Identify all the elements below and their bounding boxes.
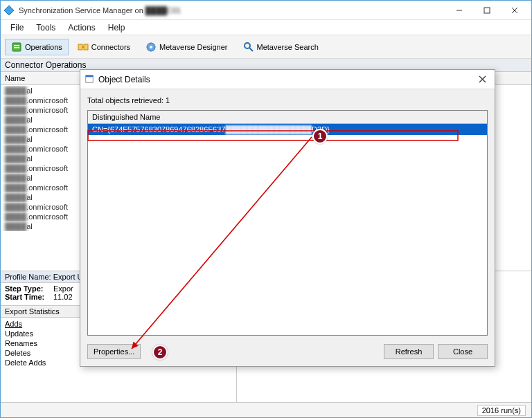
list-item[interactable]: ████al: [1, 115, 80, 125]
status-runs: 2016 run(s): [477, 405, 526, 416]
list-item[interactable]: ████.onmicrosoft: [1, 105, 80, 115]
list-item[interactable]: ████.onmicrosoft: [1, 183, 80, 192]
menu-help[interactable]: Help: [103, 21, 131, 34]
dn-value-redacted: ████████████████: [225, 125, 312, 134]
dialog-body: Total objects retrieved: 1 Distinguished…: [80, 89, 495, 343]
dn-table: Distinguished Name CN={674F5757683078694…: [87, 110, 488, 336]
list-item[interactable]: ████.onmicrosoft: [1, 212, 80, 221]
toolbar-metaverse-search[interactable]: Metaverse Search: [237, 39, 325, 55]
statusbar: 2016 run(s): [1, 402, 531, 417]
list-item[interactable]: ████.onmicrosoft: [1, 125, 80, 134]
close-button[interactable]: [501, 2, 529, 19]
svg-rect-7: [14, 47, 19, 48]
start-time-label: Start Time:: [5, 293, 53, 301]
svg-point-12: [150, 46, 152, 48]
app-icon: [3, 5, 15, 16]
list-item[interactable]: ████al: [1, 221, 80, 231]
list-item[interactable]: ████al: [1, 173, 80, 183]
column-name[interactable]: Name: [1, 72, 80, 84]
svg-marker-0: [4, 6, 14, 15]
operations-icon: [11, 42, 22, 53]
toolbar-connectors-label: Connectors: [91, 43, 130, 51]
dn-selected-row[interactable]: CN={674F5757683078694768286F637█████████…: [88, 124, 487, 135]
toolbar-connectors[interactable]: Connectors: [71, 39, 136, 55]
toolbar-metaverse-designer-label: Metaverse Designer: [159, 43, 227, 51]
start-time-value: 11.02: [53, 293, 73, 301]
list-item[interactable]: ████.onmicrosoft: [1, 163, 80, 173]
dn-value-suffix: D3D}: [312, 125, 330, 134]
dialog-icon: [85, 74, 94, 85]
minimize-button[interactable]: [445, 2, 473, 19]
list-item[interactable]: ████al: [1, 192, 80, 202]
dialog-titlebar[interactable]: Object Details: [80, 70, 495, 89]
list-item[interactable]: ████.onmicrosoft: [1, 144, 80, 154]
total-objects-label: Total objects retrieved: 1: [87, 96, 488, 104]
menubar: File Tools Actions Help: [1, 20, 531, 35]
svg-rect-8: [78, 44, 82, 50]
toolbar-operations[interactable]: Operations: [5, 39, 69, 55]
svg-rect-16: [86, 75, 94, 77]
toolbar-metaverse-search-label: Metaverse Search: [257, 43, 319, 51]
dialog-title: Object Details: [98, 75, 474, 84]
svg-rect-6: [14, 45, 19, 46]
title-prefix: Synchronization Service Manager on: [19, 6, 145, 15]
metaverse-designer-icon: [145, 42, 157, 53]
list-item[interactable]: ████al: [1, 86, 80, 96]
metaverse-search-icon: [243, 42, 254, 53]
properties-button[interactable]: Properties...: [87, 344, 141, 359]
menu-tools[interactable]: Tools: [30, 21, 61, 34]
list-item[interactable]: ████al: [1, 134, 80, 144]
svg-rect-9: [84, 44, 88, 50]
list-item[interactable]: ████.onmicrosoft: [1, 202, 80, 212]
step-type-value: Expor: [53, 284, 73, 293]
step-type-label: Step Type:: [5, 284, 53, 293]
maximize-button[interactable]: [473, 2, 501, 19]
svg-point-13: [245, 43, 250, 48]
list-item[interactable]: ████al: [1, 154, 80, 163]
title-host: ████C01: [145, 6, 181, 15]
dn-column-header[interactable]: Distinguished Name: [88, 111, 487, 124]
object-details-dialog: Object Details Total objects retrieved: …: [80, 69, 495, 367]
connectors-icon: [78, 42, 89, 53]
window-title: Synchronization Service Manager on ████C…: [19, 6, 445, 15]
connector-list[interactable]: ████al████.onmicrosoft████.onmicrosoft██…: [1, 86, 80, 271]
toolbar: Operations Connectors Metaverse Designer…: [1, 35, 531, 59]
dn-value-prefix: CN={674F5757683078694768286F637: [92, 125, 225, 134]
dialog-close-button[interactable]: [474, 73, 490, 87]
refresh-button[interactable]: Refresh: [384, 344, 434, 359]
list-item[interactable]: ████.onmicrosoft: [1, 96, 80, 105]
dialog-buttons: Properties... Refresh Close: [80, 343, 495, 366]
svg-rect-2: [484, 8, 490, 13]
toolbar-operations-label: Operations: [25, 43, 62, 51]
svg-line-14: [249, 48, 253, 51]
menu-actions[interactable]: Actions: [62, 21, 100, 34]
menu-file[interactable]: File: [5, 21, 29, 34]
toolbar-metaverse-designer[interactable]: Metaverse Designer: [139, 39, 233, 55]
close-button-dialog[interactable]: Close: [438, 344, 488, 359]
titlebar: Synchronization Service Manager on ████C…: [1, 1, 531, 20]
